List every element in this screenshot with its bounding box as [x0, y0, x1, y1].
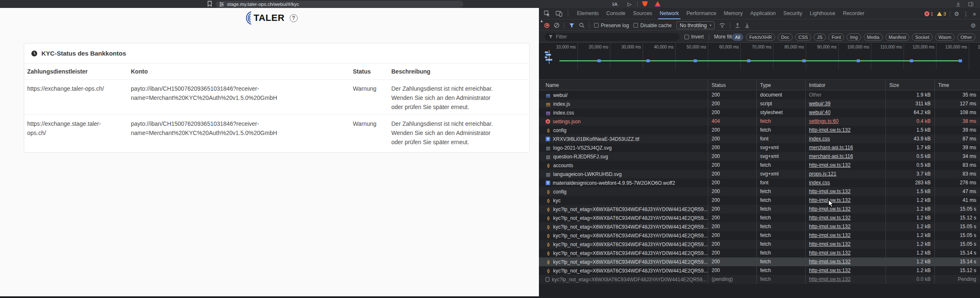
invert-checkbox[interactable]: Invert [684, 34, 704, 40]
request-initiator[interactable]: http-impl.sw.ts:132 [809, 127, 850, 133]
devtools-tab-console[interactable]: Console [602, 8, 629, 19]
request-initiator[interactable]: settings.ts:60 [809, 118, 839, 124]
brave-shield-icon[interactable] [642, 1, 648, 7]
column-header-initiator[interactable]: Initiator [805, 80, 886, 90]
clear-network-log-icon[interactable] [554, 23, 559, 28]
scrollbar-up-arrow[interactable]: ▲ [540, 19, 544, 23]
brave-logo-icon[interactable] [655, 1, 661, 7]
devtools-tab-network[interactable]: Network [656, 8, 683, 19]
filter-icon[interactable] [569, 23, 574, 28]
devtools-tab-lighthouse[interactable]: Lighthouse [806, 8, 839, 19]
filter-chip-fetch-xhr[interactable]: Fetch/XHR [746, 33, 775, 41]
inspect-element-icon[interactable] [544, 10, 550, 17]
request-initiator[interactable]: http-impl.sw.ts:132 [809, 259, 850, 265]
filter-chip-media[interactable]: Media [864, 33, 883, 41]
request-initiator[interactable]: http-impl.sw.ts:132 [809, 162, 850, 168]
export-har-icon[interactable] [745, 23, 750, 28]
throttling-select[interactable]: No throttling▾ [676, 21, 715, 29]
network-settings-icon[interactable]: ⚙ [970, 23, 976, 28]
network-request-row[interactable]: languageicon-LWKRUH5D.svg200svg+xmlprops… [539, 170, 980, 178]
request-initiator[interactable]: index.css [809, 180, 830, 186]
network-request-row[interactable]: question-RJEDR5FJ.svg200svg+xmlmerchant-… [539, 152, 980, 161]
devtools-settings-icon[interactable]: ⚙ [954, 11, 960, 17]
request-initiator[interactable]: http-impl.sw.ts:132 [809, 241, 850, 247]
filter-chip-css[interactable]: CSS [795, 33, 812, 41]
network-request-row[interactable]: index.js200scriptwebui/:39311 kB127 ms [539, 99, 980, 108]
column-header-name[interactable]: Name [539, 80, 708, 90]
column-header-status[interactable]: Status [708, 80, 756, 90]
network-request-row[interactable]: accounts200fetchhttp-impl.sw.ts:1320.5 k… [539, 161, 980, 170]
network-request-row[interactable]: config200fetchhttp-impl.sw.ts:1321.5 kB4… [539, 187, 980, 196]
network-request-row[interactable]: kyc?lp_not_etag=X6WX8AT6C934WDF48J3YAYD0… [539, 266, 980, 275]
filter-chip-manifest[interactable]: Manifest [886, 33, 910, 41]
import-har-icon[interactable] [735, 23, 740, 28]
request-initiator[interactable]: webui/:39 [809, 101, 830, 107]
network-request-row[interactable]: kyc?lp_not_etag=X6WX8AT6C934WDF48J3YAYD0… [539, 249, 980, 257]
network-request-row[interactable]: kyc?lp_not_etag=X6WX8AT6C934WDF48J3YAYD0… [539, 214, 980, 222]
error-count-badge[interactable]: ×1 [924, 11, 933, 16]
bookmark-icon[interactable] [207, 1, 212, 7]
network-request-row[interactable]: kyc?lp_not_etag=X6WX8AT6C934WDF48J3YAYD0… [539, 222, 980, 231]
filter-chip-img[interactable]: Img [847, 33, 861, 41]
devtools-tab-memory[interactable]: Memory [720, 8, 746, 19]
network-conditions-icon[interactable] [719, 23, 725, 28]
url-bar[interactable]: stage.my.taler-ops.ch/webui/#/kyc [216, 1, 463, 8]
reader-mode-icon[interactable]: ▷ [628, 0, 631, 8]
devtools-tab-performance[interactable]: Performance [683, 8, 720, 19]
request-initiator[interactable]: merchant-api.ts:116 [809, 153, 853, 159]
preserve-log-checkbox[interactable]: Preserve log [594, 23, 629, 28]
filter-chip-socket[interactable]: Socket [912, 33, 933, 41]
search-icon[interactable] [579, 23, 584, 28]
request-initiator[interactable]: http-impl.sw.ts:132 [809, 215, 850, 221]
filter-input[interactable] [556, 34, 676, 40]
request-initiator[interactable]: merchant-api.ts:116 [809, 145, 853, 150]
translate-icon[interactable]: x̄A [612, 0, 618, 8]
devtools-tab-application[interactable]: Application [746, 8, 779, 19]
network-request-row[interactable]: logo-2021-VSZSJ4QZ.svg200svg+xmlmerchant… [539, 143, 980, 152]
download-icon[interactable] [956, 0, 961, 8]
network-request-row[interactable]: kyc?lp_not_etag=X6WX8AT6C934WDF48J3YAYD0… [539, 240, 980, 249]
column-header-type[interactable]: Type [756, 80, 805, 90]
filter-chip-doc[interactable]: Doc [778, 33, 793, 41]
request-initiator[interactable]: http-impl.sw.ts:132 [809, 188, 850, 194]
browser-menu-icon[interactable] [968, 0, 973, 8]
filter-chip-js[interactable]: JS [814, 33, 826, 41]
network-request-row[interactable]: kyc?lp_not_etag=X6WX8AT6C934WDF48J3YAYD0… [539, 231, 980, 240]
devtools-close-icon[interactable]: × [972, 11, 976, 17]
network-request-row[interactable]: XRXV3I6Li01BKofINeaE-34D53UZZ.ttf200font… [539, 135, 980, 143]
warning-count-badge[interactable]: 3 [937, 11, 946, 16]
request-initiator[interactable]: http-impl.sw.ts:132 [809, 224, 850, 229]
filter-chip-font[interactable]: Font [828, 33, 844, 41]
filter-chip-wasm[interactable]: Wasm [935, 33, 955, 41]
network-request-row[interactable]: materialdesignicons-webfont-4.9.95-7W2GK… [539, 178, 980, 187]
network-request-row[interactable]: settings.json404fetchsettings.ts:600.4 k… [539, 117, 980, 126]
network-request-row[interactable]: config200fetchhttp-impl.sw.ts:1321.5 kB3… [539, 126, 980, 135]
request-initiator[interactable]: http-impl.sw.ts:132 [809, 250, 850, 256]
network-request-row[interactable]: kyc?lp_not_etag=X6WX8AT6C934WDF48J3YAYD0… [539, 205, 980, 214]
devtools-tab-security[interactable]: Security [780, 8, 806, 19]
devtools-tab-elements[interactable]: Elements [573, 8, 602, 19]
disable-cache-checkbox[interactable]: Disable cache [633, 23, 671, 28]
network-request-row[interactable]: kyc?lp_not_etag=X6WX8AT6C934WDF48J3YAYD0… [539, 275, 980, 284]
request-initiator[interactable]: http-impl.sw.ts:132 [809, 267, 850, 273]
help-icon[interactable]: ? [290, 14, 298, 22]
column-header-size[interactable]: Size [886, 80, 934, 90]
network-request-row[interactable]: webui/200documentOther1.9 kB35 ms [539, 91, 980, 99]
request-initiator[interactable]: props.js:121 [809, 171, 836, 177]
request-initiator[interactable]: http-impl.sw.ts:132 [809, 232, 850, 238]
device-toolbar-icon[interactable] [556, 11, 562, 17]
devtools-more-menu-icon[interactable]: ⋮ [963, 11, 969, 17]
devtools-tab-recorder[interactable]: Recorder [839, 8, 868, 19]
record-network-log-icon[interactable] [544, 23, 549, 28]
filter-chip-other[interactable]: Other [957, 33, 975, 41]
request-initiator[interactable]: index.css [809, 136, 830, 142]
filter-chip-all[interactable]: All [732, 33, 743, 41]
network-request-row[interactable]: index.css200stylesheetwebui/:4064.2 kB10… [539, 108, 980, 117]
request-initiator[interactable]: http-impl.sw.ts:132 [809, 276, 850, 282]
devtools-tab-sources[interactable]: Sources [629, 8, 656, 19]
network-overview-timeline[interactable]: 10,000 ms20,000 ms30,000 ms40,000 ms50,0… [539, 43, 980, 80]
request-initiator[interactable]: webui/:40 [809, 110, 830, 115]
network-request-row[interactable]: kyc?lp_not_etag=X6WX8AT6C934WDF48J3YAYD0… [539, 257, 980, 266]
site-info-icon[interactable] [219, 2, 224, 7]
column-header-time[interactable]: Time [934, 80, 980, 90]
